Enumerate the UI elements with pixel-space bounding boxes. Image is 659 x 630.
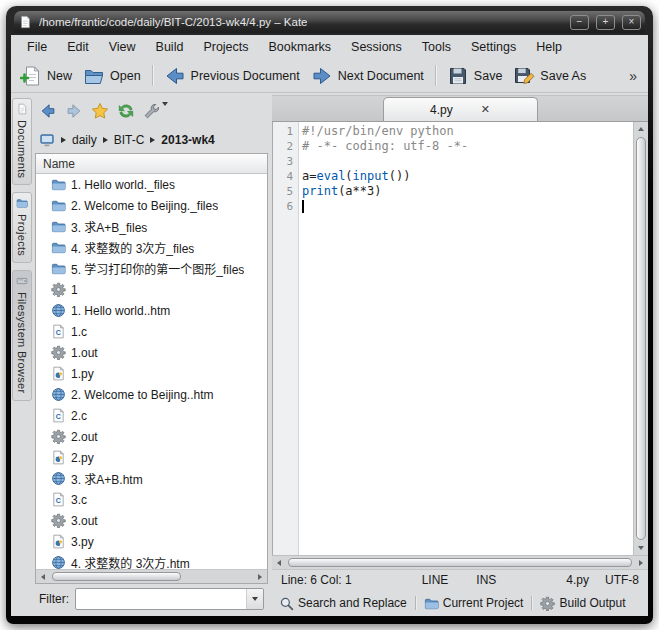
menu-file[interactable]: File: [19, 37, 55, 57]
file-row[interactable]: 2.py: [36, 447, 267, 468]
close-button[interactable]: ×: [622, 15, 641, 30]
save-label: Save: [474, 69, 503, 83]
nav-forward-icon: [65, 102, 83, 120]
file-row[interactable]: 3.out: [36, 510, 267, 531]
menu-edit[interactable]: Edit: [59, 37, 97, 57]
file-row[interactable]: 3.py: [36, 531, 267, 552]
editor-hscroll-thumb[interactable]: [288, 558, 632, 567]
menu-settings[interactable]: Settings: [463, 37, 524, 57]
file-row[interactable]: 1: [36, 279, 267, 300]
line-number: 5: [273, 184, 298, 199]
filter-combobox[interactable]: [75, 588, 264, 610]
file-row[interactable]: 1.out: [36, 342, 267, 363]
sync-icon: [117, 102, 135, 120]
file-label: 4. 求整数的 3次方.htm: [71, 554, 190, 569]
toolbar-open-button[interactable]: Open: [83, 65, 141, 87]
toolview-search-and-replace-button[interactable]: Search and Replace: [279, 596, 407, 611]
file-row[interactable]: 3. 求A+B_files: [36, 216, 267, 237]
filter-input[interactable]: [76, 589, 246, 609]
toolbar-overflow-button[interactable]: »: [627, 68, 639, 84]
file-row[interactable]: C3.c: [36, 489, 267, 510]
main-area: DocumentsProjectsFilesystem Browser dail…: [11, 93, 648, 616]
arrow-left-icon: [164, 65, 186, 87]
file-row[interactable]: 2. Welcome to Beijing..htm: [36, 384, 267, 405]
file-row[interactable]: C2.c: [36, 405, 267, 426]
code-line[interactable]: # -*- coding: utf-8 -*-: [299, 139, 633, 154]
menu-help[interactable]: Help: [528, 37, 570, 57]
code-segment: ()): [389, 169, 411, 183]
tab-close-icon[interactable]: ✕: [481, 103, 490, 116]
file-row[interactable]: 2. Welcome to Beijing._files: [36, 195, 267, 216]
scroll-down-icon[interactable]: [634, 541, 648, 555]
minimize-button[interactable]: −: [570, 15, 589, 30]
code-line[interactable]: a=eval(input()): [299, 169, 633, 184]
editor-vscroll-thumb[interactable]: [636, 137, 646, 540]
toolbar-next-document-button[interactable]: Next Document: [311, 65, 424, 87]
document-tab-4py[interactable]: 4.py ✕: [383, 97, 538, 121]
file-row[interactable]: 1. Hello world..htm: [36, 300, 267, 321]
editor-vertical-scrollbar[interactable]: [633, 122, 648, 555]
toolbar-save-button[interactable]: Save: [447, 65, 503, 87]
code-line[interactable]: [299, 154, 633, 169]
toolbar-save-as-button[interactable]: Save As: [513, 65, 586, 87]
toolview-build-output-button[interactable]: Build Output: [540, 596, 625, 611]
file-row[interactable]: 3. 求A+B.htm: [36, 468, 267, 489]
maximize-button[interactable]: +: [596, 15, 615, 30]
breadcrumb-daily[interactable]: daily: [72, 133, 97, 147]
menu-projects[interactable]: Projects: [195, 37, 256, 57]
file-row[interactable]: 1.py: [36, 363, 267, 384]
fs-nav-bookmarks-button[interactable]: [91, 102, 109, 120]
tree-column-header-name[interactable]: Name: [36, 154, 267, 174]
bottombar-separator: [415, 596, 416, 610]
breadcrumb-root-button[interactable]: [39, 132, 55, 148]
tree-horizontal-scrollbar[interactable]: [36, 569, 267, 583]
menu-bookmarks[interactable]: Bookmarks: [261, 37, 340, 57]
csrc-icon: C: [51, 408, 66, 423]
scroll-left-icon[interactable]: [272, 556, 286, 569]
title-bar[interactable]: /home/frantic/code/daily/BIT-C/2013-wk4/…: [14, 11, 645, 33]
breadcrumb-bit-c[interactable]: BIT-C: [114, 133, 145, 147]
breadcrumb-2013-wk4[interactable]: 2013-wk4: [161, 133, 214, 147]
sidebar-tab-projects[interactable]: Projects: [12, 192, 32, 263]
fs-nav-back-button[interactable]: [39, 102, 57, 120]
code-line[interactable]: #!/usr/bin/env python: [299, 124, 633, 139]
filesystem-panel: dailyBIT-C2013-wk4 Name 1. Hello world._…: [33, 93, 269, 616]
file-row[interactable]: 4. 求整数的 3次方_files: [36, 237, 267, 258]
toolview-current-project-button[interactable]: Current Project: [424, 596, 524, 611]
file-row[interactable]: 5. 学习打印你的第一个图形_files: [36, 258, 267, 279]
menu-tools[interactable]: Tools: [414, 37, 459, 57]
editor-horizontal-scrollbar[interactable]: [272, 555, 648, 569]
fs-nav-autosync-button[interactable]: [117, 102, 135, 120]
toolbar-new-button[interactable]: New: [20, 65, 72, 87]
editor-panel: 4.py ✕ 123456 #!/usr/bin/env python# -*-…: [272, 93, 648, 616]
scroll-right-icon[interactable]: [634, 556, 648, 569]
filter-dropdown-button[interactable]: [246, 589, 263, 609]
text-cursor: [302, 200, 304, 213]
toolbar-previous-document-button[interactable]: Previous Document: [164, 65, 300, 87]
file-label: 3. 求A+B_files: [71, 218, 147, 235]
scroll-right-icon[interactable]: [253, 570, 267, 583]
file-row[interactable]: C1.c: [36, 321, 267, 342]
scroll-left-icon[interactable]: [36, 570, 50, 583]
code-area[interactable]: #!/usr/bin/env python# -*- coding: utf-8…: [299, 122, 633, 555]
file-row[interactable]: 2.out: [36, 426, 267, 447]
menu-build[interactable]: Build: [148, 37, 192, 57]
projects-label: Projects: [16, 214, 28, 256]
file-row[interactable]: 1. Hello world._files: [36, 174, 267, 195]
line-number-gutter: 123456: [273, 122, 299, 555]
code-line[interactable]: print(a**3): [299, 184, 633, 199]
sidebar-tab-filesystem-browser[interactable]: Filesystem Browser: [12, 270, 32, 400]
save-as-floppy-icon: [513, 65, 535, 87]
menu-view[interactable]: View: [101, 37, 144, 57]
scroll-up-icon[interactable]: [634, 122, 648, 136]
fs-nav-forward-button[interactable]: [65, 102, 83, 120]
file-row[interactable]: 4. 求整数的 3次方.htm: [36, 552, 267, 569]
folder-icon: [51, 261, 66, 276]
sidebar-tab-documents[interactable]: Documents: [12, 98, 32, 185]
gear-icon: [51, 429, 66, 444]
fs-nav-options-button[interactable]: [143, 102, 168, 120]
tab-title: 4.py: [430, 103, 453, 117]
tree-hscroll-thumb[interactable]: [52, 572, 181, 581]
code-line[interactable]: [299, 199, 633, 214]
menu-sessions[interactable]: Sessions: [343, 37, 410, 57]
